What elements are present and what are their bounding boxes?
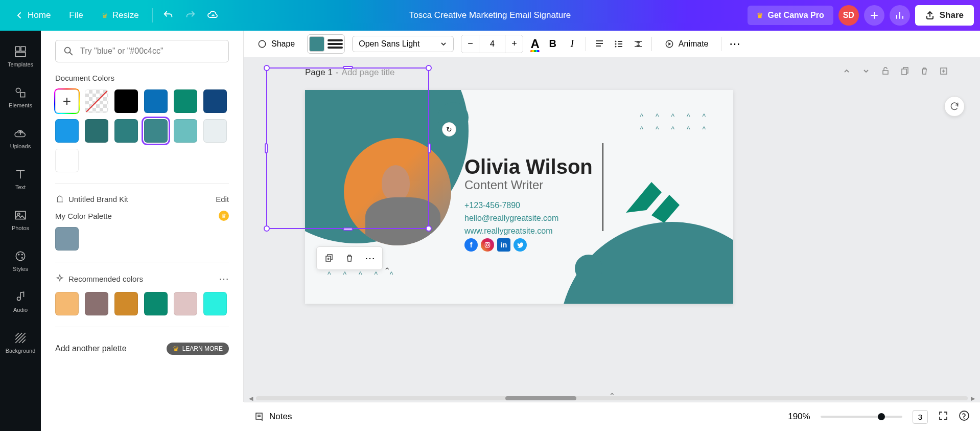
delete-element-button[interactable]: [340, 250, 359, 266]
canvas-area[interactable]: Page 1 - Add page title Olivia Wilson Co…: [244, 57, 980, 402]
resize-edge[interactable]: [343, 66, 353, 69]
rec-swatch[interactable]: [144, 292, 168, 315]
border-style-button[interactable]: [328, 36, 343, 52]
color-swatch-selected[interactable]: [144, 119, 168, 143]
transparent-swatch[interactable]: [85, 89, 108, 113]
rec-swatch[interactable]: [174, 292, 197, 315]
zoom-slider[interactable]: [821, 416, 902, 418]
duplicate-page-button[interactable]: [900, 66, 909, 78]
page-indicator[interactable]: 3: [913, 410, 928, 424]
font-family-select[interactable]: Open Sans Light: [352, 36, 454, 52]
user-avatar[interactable]: SD: [838, 5, 859, 26]
palette-swatch[interactable]: [55, 227, 79, 251]
spacing-button[interactable]: [632, 38, 644, 50]
rotate-handle[interactable]: ↻: [442, 122, 456, 137]
home-button[interactable]: Home: [6, 6, 60, 25]
rail-uploads[interactable]: Uploads: [0, 118, 41, 158]
chevron-pattern[interactable]: ^ ^ ^ ^ ^^ ^ ^ ^ ^: [640, 110, 711, 136]
resize-edge[interactable]: [428, 143, 431, 153]
linkedin-icon[interactable]: in: [497, 238, 510, 252]
edit-brand-button[interactable]: Edit: [216, 195, 229, 203]
align-button[interactable]: [593, 38, 605, 50]
resize-button[interactable]: ♛Resize: [92, 6, 148, 25]
document-title[interactable]: Tosca Creative Marketing Email Signature: [409, 10, 571, 20]
color-swatch[interactable]: [85, 119, 108, 143]
contact-info[interactable]: +123-456-7890 hello@reallygreatsite.com …: [464, 199, 558, 237]
name-text[interactable]: Olivia Wilson: [464, 155, 593, 178]
resize-handle[interactable]: [264, 225, 270, 232]
twitter-icon[interactable]: [514, 238, 527, 252]
color-swatch[interactable]: [114, 119, 138, 143]
learn-more-button[interactable]: ♛LEARN MORE: [167, 343, 229, 355]
add-color-swatch[interactable]: +: [55, 89, 79, 113]
zoom-value[interactable]: 190%: [788, 412, 810, 422]
more-element-options-button[interactable]: ⋯: [361, 250, 379, 266]
role-text[interactable]: Content Writer: [464, 178, 543, 192]
file-button[interactable]: File: [60, 6, 92, 25]
weight-input[interactable]: [479, 35, 505, 53]
collapse-toolbar-button[interactable]: ⌃: [384, 266, 390, 276]
resize-edge[interactable]: [343, 228, 353, 231]
rail-audio[interactable]: Audio: [0, 281, 41, 322]
rec-swatch[interactable]: [203, 292, 227, 315]
shape-button[interactable]: Shape: [252, 36, 300, 52]
redo-button[interactable]: [179, 4, 202, 27]
notes-button[interactable]: Notes: [254, 412, 292, 422]
color-swatch[interactable]: [114, 89, 138, 113]
regenerate-button[interactable]: [944, 96, 965, 117]
rail-styles[interactable]: Styles: [0, 240, 41, 281]
get-pro-button[interactable]: ♛Get Canva Pro: [748, 6, 833, 25]
duplicate-element-button[interactable]: [320, 250, 338, 266]
add-palette-label[interactable]: Add another palette: [55, 344, 127, 353]
delete-page-button[interactable]: [920, 66, 929, 78]
more-options-button[interactable]: ⋯: [729, 38, 741, 50]
help-button[interactable]: [959, 410, 970, 423]
rail-photos[interactable]: Photos: [0, 199, 41, 240]
add-member-button[interactable]: [864, 5, 884, 26]
color-swatch[interactable]: [174, 119, 197, 143]
resize-handle[interactable]: [426, 225, 432, 232]
resize-edge[interactable]: [265, 143, 268, 153]
more-options-button[interactable]: ⋯: [219, 273, 229, 285]
fullscreen-button[interactable]: [938, 411, 948, 423]
horizontal-scrollbar[interactable]: ◀ ▶: [249, 395, 975, 402]
rec-swatch[interactable]: [114, 292, 138, 315]
rail-text[interactable]: Text: [0, 158, 41, 199]
facebook-icon[interactable]: f: [464, 238, 478, 252]
add-page-button[interactable]: [939, 66, 948, 78]
arrow-logo-shape[interactable]: [616, 167, 687, 228]
bold-button[interactable]: B: [547, 38, 559, 50]
color-swatch[interactable]: [55, 149, 79, 172]
selection-box[interactable]: ↻: [266, 67, 429, 229]
color-swatch[interactable]: [203, 119, 227, 143]
vertical-divider[interactable]: [602, 143, 603, 231]
rail-elements[interactable]: Elements: [0, 77, 41, 118]
increase-button[interactable]: +: [505, 35, 523, 53]
rail-templates[interactable]: Templates: [0, 36, 41, 77]
teal-circle-medium[interactable]: [575, 255, 602, 282]
resize-handle[interactable]: [426, 65, 432, 71]
cloud-sync-icon[interactable]: [202, 4, 224, 27]
share-button[interactable]: Share: [915, 5, 974, 26]
color-swatch[interactable]: [174, 89, 197, 113]
italic-button[interactable]: I: [566, 38, 578, 50]
insights-button[interactable]: [890, 5, 910, 26]
list-button[interactable]: [613, 38, 625, 50]
rec-swatch[interactable]: [85, 292, 108, 315]
animate-button[interactable]: Animate: [659, 36, 714, 52]
rec-swatch[interactable]: [55, 292, 79, 315]
color-swatch[interactable]: [55, 119, 79, 143]
text-color-button[interactable]: A: [530, 37, 539, 51]
undo-button[interactable]: [157, 4, 179, 27]
lock-button[interactable]: [881, 66, 890, 78]
color-search[interactable]: [55, 40, 229, 62]
color-swatch[interactable]: [144, 89, 168, 113]
page-down-button[interactable]: [861, 66, 871, 78]
instagram-icon[interactable]: [481, 238, 494, 252]
social-icons-row[interactable]: f in: [464, 238, 527, 252]
resize-handle[interactable]: [264, 65, 270, 71]
decrease-button[interactable]: −: [461, 35, 479, 53]
fill-color-button[interactable]: [309, 36, 324, 52]
stroke-weight-stepper[interactable]: − +: [461, 35, 523, 53]
color-swatch[interactable]: [203, 89, 227, 113]
